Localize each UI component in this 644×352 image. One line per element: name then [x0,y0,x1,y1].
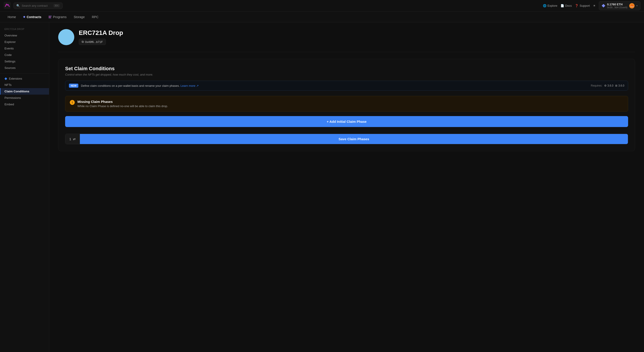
sidebar-item-settings[interactable]: Settings [0,58,49,65]
save-footer: 1 ⇄ Save Claim Phases [65,134,628,144]
sidebar-item-nfts[interactable]: NFTs [0,82,49,88]
add-initial-claim-phase-button[interactable]: + Add Initial Claim Phase [65,116,628,127]
copy-icon: ⧉ [82,40,84,44]
contract-title: ERC721A Drop [79,29,123,36]
save-claim-phases-button[interactable]: Save Claim Phases [80,134,628,144]
secondary-nav: Home Contracts Programs Storage RPC [0,12,644,22]
sidebar-item-overview[interactable]: Overview [0,32,49,39]
search-icon: 🔍 [16,4,20,7]
address-text: 0x49f6...b71F [85,40,103,44]
extensions-header: Extensions [0,76,49,82]
wallet-info: 0.1760 ETH 0x39...9d4 (Goerli) [607,3,628,9]
warning-title: Missing Claim Phases [78,100,168,103]
sidebar-item-explorer[interactable]: Explorer [0,39,49,45]
diamond-icon [602,4,605,7]
grid-icon: ⊞ [615,84,617,87]
contracts-diamond-icon [23,16,25,18]
top-right-actions: 🌐 Explore 📄 Docs ❓ Support ☀ 0.1760 ETH … [543,1,640,10]
sidebar-item-events[interactable]: Events [0,45,49,52]
search-placeholder: Search any contract [22,4,48,7]
section-title: Set Claim Conditions [65,66,628,71]
sidebar-item-code[interactable]: Code [0,52,49,58]
save-count: 1 ⇄ [65,134,80,144]
nav-rpc[interactable]: RPC [88,14,102,20]
explore-link[interactable]: 🌐 Explore [543,4,558,7]
new-banner: NEW Define claim conditions on a per-wal… [65,81,628,91]
globe-icon: 🌐 [543,4,546,7]
main-layout: ERC721A Drop Overview Explorer Events Co… [0,22,644,352]
claim-conditions-section: Set Claim Conditions Control when the NF… [58,59,635,151]
sidebar-item-claim-conditions[interactable]: Claim Conditions [0,88,49,95]
contract-info: ERC721A Drop ⧉ 0x49f6...b71F [79,29,123,45]
new-badge: NEW [69,84,78,88]
logo[interactable] [4,2,11,9]
version-badge-2: ⊞ 3.6.0 [615,84,624,87]
warning-text: While no Claim Phase is defined no-one w… [78,104,168,108]
search-bar[interactable]: 🔍 Search any contract ⌘K [14,2,63,9]
new-banner-text: Define claim conditions on a per-wallet … [81,84,588,87]
sidebar-contract-label: ERC721A Drop [0,27,49,32]
missing-claim-phases-warning: ! Missing Claim Phases While no Claim Ph… [65,96,628,112]
docs-link[interactable]: 📄 Docs [560,4,572,7]
version-badge-1: ⚙ 3.6.0 [604,84,614,87]
section-subtitle: Control when the NFTs get dropped, how m… [65,73,628,76]
search-shortcut: ⌘K [54,4,60,7]
sidebar-item-embed[interactable]: Embed [0,101,49,108]
contract-header: ERC721A Drop ⧉ 0x49f6...b71F [58,29,635,52]
sidebar-item-permissions[interactable]: Permissions [0,95,49,101]
nav-programs[interactable]: Programs [46,14,70,20]
swap-icon: ⇄ [73,137,76,141]
fox-avatar: 🦊 [629,3,634,8]
programs-icon [48,16,52,18]
wallet-button[interactable]: 0.1760 ETH 0x39...9d4 (Goerli) 🦊 ▾ [599,1,640,10]
extension-diamond-icon [4,77,7,80]
nav-home[interactable]: Home [4,14,19,20]
main-content: ERC721A Drop ⧉ 0x49f6...b71F Set Claim C… [49,22,644,352]
contract-address[interactable]: ⧉ 0x49f6...b71F [79,39,106,45]
sidebar-item-sources[interactable]: Sources [0,65,49,71]
top-nav: 🔍 Search any contract ⌘K 🌐 Explore 📄 Doc… [0,0,644,12]
nav-contracts[interactable]: Contracts [20,14,44,20]
warning-content: Missing Claim Phases While no Claim Phas… [78,100,168,108]
contract-avatar [58,29,74,45]
sidebar: ERC721A Drop Overview Explorer Events Co… [0,22,49,352]
question-icon: ❓ [575,4,578,7]
warning-icon: ! [70,100,75,105]
theme-toggle[interactable]: ☀ [593,4,596,7]
requires-section: Requires: ⚙ 3.6.0 ⊞ 3.6.0 [591,84,624,87]
nav-storage[interactable]: Storage [70,14,88,20]
sidebar-divider [0,73,49,74]
learn-more-link[interactable]: Learn more ↗ [180,84,199,87]
doc-icon: 📄 [560,4,564,7]
sun-icon: ☀ [593,4,596,7]
support-link[interactable]: ❓ Support [575,4,590,7]
gear-icon: ⚙ [604,84,607,87]
chevron-down-icon: ▾ [636,4,638,7]
